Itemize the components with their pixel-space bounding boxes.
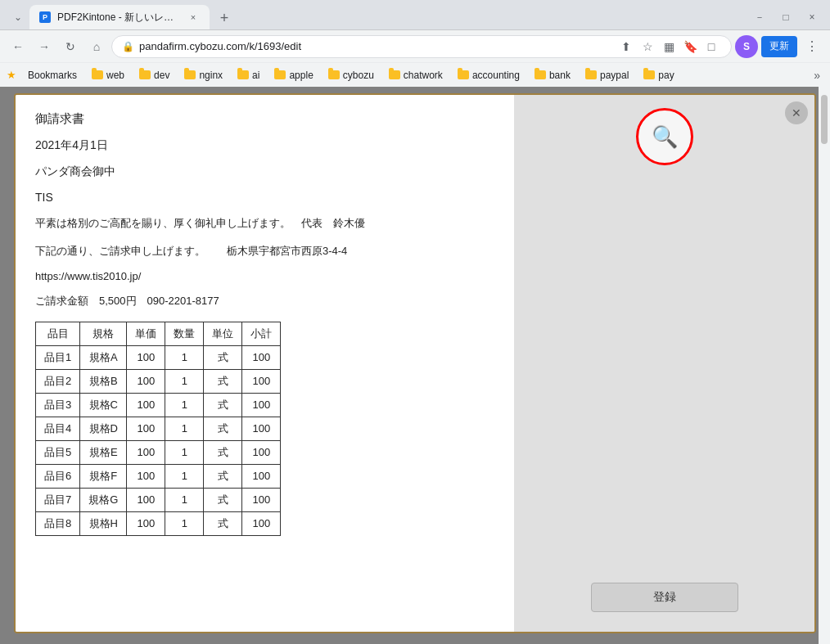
pdf-company: パンダ商会御中: [35, 164, 494, 179]
address-actions: ⬆ ☆ ▦ 🔖 □: [616, 37, 721, 56]
table-cell: 100: [127, 417, 165, 440]
table-cell: 100: [242, 440, 281, 464]
home-button[interactable]: ⌂: [85, 35, 108, 58]
bookmark-bank[interactable]: bank: [528, 68, 577, 83]
extension-button[interactable]: □: [701, 37, 721, 56]
active-tab[interactable]: P PDF2Kintone - 新しいレコード ×: [29, 5, 210, 29]
refresh-button[interactable]: ↻: [59, 35, 82, 58]
bookmark-pay[interactable]: pay: [637, 68, 680, 83]
pdf-panel: 御請求書 2021年4月1日 パンダ商会御中 TIS 平素は格別のご高配を賜り、…: [16, 95, 515, 632]
table-cell: 品目1: [36, 345, 80, 369]
table-cell: 100: [127, 345, 165, 369]
profile-button[interactable]: S: [735, 35, 758, 58]
col-qty: 数量: [165, 322, 204, 345]
folder-icon: [139, 70, 151, 79]
table-row: 品目5規格E1001式100: [36, 440, 281, 464]
folder-icon: [535, 70, 546, 79]
maximize-button[interactable]: □: [774, 6, 797, 29]
table-cell: 品目8: [36, 511, 80, 535]
table-cell: 式: [204, 464, 242, 488]
new-tab-button[interactable]: +: [213, 7, 236, 29]
table-cell: 100: [242, 393, 281, 417]
table-row: 品目2規格B1001式100: [36, 369, 281, 393]
table-header-row: 品目 規格 単価 数量 単位 小計: [36, 322, 281, 345]
kintone-form: 御請求書 2021年4月1日 パンダ商会御中 TIS 平素は格別のご高配を賜り、…: [14, 93, 816, 633]
pdf-org: TIS: [35, 191, 494, 204]
pdf-greeting: 平素は格別のご高配を賜り、厚く御礼申し上げます。 代表 鈴木優: [35, 215, 494, 232]
register-button[interactable]: 登録: [591, 583, 738, 612]
menu-button[interactable]: ⋮: [801, 35, 823, 58]
folder-icon: [92, 70, 103, 79]
kintone-body: 御請求書 2021年4月1日 パンダ商会御中 TIS 平素は格別のご高配を賜り、…: [16, 95, 814, 632]
table-cell: 式: [204, 417, 242, 440]
pdf-date: 2021年4月1日: [35, 138, 494, 153]
table-cell: 品目3: [36, 393, 80, 417]
bookmarks-label[interactable]: Bookmarks: [21, 68, 83, 83]
table-cell: 品目7: [36, 488, 80, 511]
col-unit-price: 単価: [127, 322, 165, 345]
bookmark-star-button[interactable]: ☆: [638, 37, 657, 56]
col-subtotal: 小計: [242, 322, 281, 345]
table-cell: 100: [242, 464, 281, 488]
bookmark-apple[interactable]: apple: [268, 68, 319, 83]
bookmark-chatwork[interactable]: chatwork: [382, 68, 449, 83]
table-cell: 1: [165, 417, 204, 440]
bookmark-ext-button[interactable]: 🔖: [680, 37, 700, 56]
folder-icon: [237, 70, 249, 79]
table-cell: 式: [204, 345, 242, 369]
update-button[interactable]: 更新: [761, 36, 797, 57]
page-scrollbar[interactable]: [819, 87, 830, 644]
folder-icon: [585, 70, 597, 79]
title-bar: ⌄ P PDF2Kintone - 新しいレコード × + － □ ×: [0, 0, 830, 29]
bookmark-dev[interactable]: dev: [133, 68, 176, 83]
scroll-thumb[interactable]: [821, 95, 828, 144]
invoice-table-header: 品目 規格 単価 数量 単位 小計: [36, 322, 281, 345]
table-cell: 品目4: [36, 417, 80, 440]
table-cell: 1: [165, 464, 204, 488]
col-unit: 単位: [204, 322, 242, 345]
bookmark-cybozu[interactable]: cybozu: [322, 68, 381, 83]
table-row: 品目3規格C1001式100: [36, 393, 281, 417]
nav-bar: ← → ↻ ⌂ 🔒 pandafirm.cybozu.com/k/1693/ed…: [0, 29, 830, 62]
bookmark-nginx[interactable]: nginx: [178, 68, 229, 83]
chevron-control[interactable]: ⌄: [7, 6, 29, 29]
table-cell: 規格G: [80, 488, 127, 511]
table-cell: 規格C: [80, 393, 127, 417]
table-cell: 100: [127, 393, 165, 417]
bookmark-ai[interactable]: ai: [231, 68, 266, 83]
browser-chrome: ⌄ P PDF2Kintone - 新しいレコード × + － □ × ← → …: [0, 0, 830, 87]
pdf-invoice-title: 御請求書: [35, 111, 494, 127]
tab-close-button[interactable]: ×: [187, 11, 200, 24]
folder-icon: [274, 70, 286, 79]
bookmark-web[interactable]: web: [85, 68, 131, 83]
table-row: 品目7規格G1001式100: [36, 488, 281, 511]
bookmark-accounting[interactable]: accounting: [451, 68, 526, 83]
folder-icon: [389, 70, 400, 79]
table-cell: 式: [204, 488, 242, 511]
search-icon[interactable]: 🔍: [652, 124, 678, 150]
share-button[interactable]: ⬆: [616, 37, 636, 56]
bookmark-paypal[interactable]: paypal: [579, 68, 635, 83]
table-cell: 100: [242, 345, 281, 369]
pdf-request: 下記の通り、ご請求申し上げます。 栃木県宇都宮市西原3-4-4: [35, 244, 494, 259]
folder-icon: [458, 70, 469, 79]
bookmarks-bar: ★ Bookmarks web dev nginx ai apple cyboz…: [0, 62, 830, 87]
right-panel: 🔍 ✕ 登録: [515, 95, 814, 632]
search-highlight-circle: 🔍: [636, 108, 693, 165]
table-cell: 規格F: [80, 464, 127, 488]
table-cell: 100: [127, 511, 165, 535]
table-cell: 規格D: [80, 417, 127, 440]
forward-button[interactable]: →: [33, 35, 56, 58]
close-button[interactable]: ✕: [785, 101, 808, 124]
address-bar[interactable]: 🔒 pandafirm.cybozu.com/k/1693/edit ⬆ ☆ ▦…: [111, 35, 732, 58]
minimize-button[interactable]: －: [748, 6, 771, 29]
tab-title: PDF2Kintone - 新しいレコード: [57, 11, 180, 25]
close-window-button[interactable]: ×: [801, 6, 823, 29]
invoice-table: 品目 規格 単価 数量 単位 小計 品目1規格A1001式100品目2規格B10…: [35, 322, 281, 536]
table-cell: 式: [204, 440, 242, 464]
tab-bar: P PDF2Kintone - 新しいレコード × +: [29, 5, 742, 29]
back-button[interactable]: ←: [7, 35, 29, 58]
table-cell: 品目2: [36, 369, 80, 393]
screenshot-button[interactable]: ▦: [659, 37, 679, 56]
bookmarks-more-button[interactable]: »: [810, 67, 823, 83]
